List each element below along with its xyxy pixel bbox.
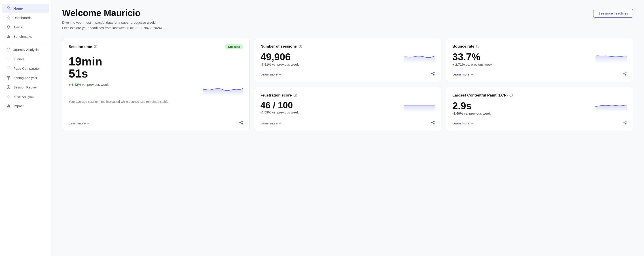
cards-grid: Session time ⓘ Success 19min 51s + 6.42%… (62, 38, 633, 131)
frustration-share-icon[interactable] (431, 121, 435, 126)
bounce-info-icon[interactable]: ⓘ (476, 44, 480, 49)
frustration-footer: Learn more → (260, 116, 435, 126)
card-number-of-sessions: Number of sessions ⓘ 49,906 -7.51% vs. p… (254, 38, 442, 82)
sidebar-item-funnel[interactable]: Funnel (2, 54, 50, 63)
session-time-value2: 51s (69, 67, 243, 80)
page-comparator-icon (6, 66, 11, 71)
session-time-info-icon[interactable]: ⓘ (94, 45, 97, 49)
svg-rect-1 (9, 16, 10, 17)
svg-rect-19 (9, 95, 10, 96)
session-time-change: + 6.42% vs. previous week (69, 83, 109, 86)
svg-rect-0 (7, 16, 8, 17)
svg-rect-12 (7, 67, 10, 70)
bell-icon (6, 25, 11, 29)
journey-icon (6, 47, 11, 52)
frustration-sparkline (404, 100, 435, 111)
error-analysis-icon (6, 94, 11, 99)
svg-point-16 (7, 86, 10, 89)
sidebar-item-journey-analysis[interactable]: Journey Analysis (2, 45, 50, 54)
session-replay-icon (6, 85, 11, 89)
svg-line-38 (624, 74, 625, 75)
svg-point-8 (8, 49, 9, 50)
frustration-learn-more[interactable]: Learn more → (260, 121, 282, 125)
sidebar-item-impact[interactable]: Impact (2, 101, 50, 110)
sidebar-item-alerts[interactable]: Alerts (2, 22, 50, 31)
svg-line-39 (624, 73, 625, 73)
sidebar-item-benchmarks[interactable]: Benchmarks (2, 32, 50, 41)
sidebar-item-session-replay-label: Session Replay (14, 85, 37, 89)
lcp-value: 2.9s (452, 100, 490, 111)
session-time-badge: Success (225, 44, 243, 49)
sidebar-item-page-comparator-label: Page Comparator (14, 67, 40, 70)
sessions-info-icon[interactable]: ⓘ (299, 44, 302, 49)
page-header: Welcome Mauricio Dive into your most imp… (62, 8, 633, 31)
sidebar-item-funnel-label: Funnel (14, 57, 24, 61)
svg-line-43 (432, 123, 433, 124)
bounce-value: 33.7% (452, 51, 492, 62)
grid-icon (6, 15, 11, 20)
svg-line-29 (240, 122, 242, 122)
frustration-change: -0.59% vs. previous week (260, 110, 299, 114)
impact-icon (6, 104, 11, 108)
session-time-value1: 19min (69, 56, 243, 67)
svg-rect-18 (7, 95, 8, 96)
sessions-learn-more[interactable]: Learn more → (260, 72, 282, 76)
sidebar: Home Dashboards Alerts Benchmarks (0, 0, 52, 256)
bounce-share-icon[interactable] (623, 72, 627, 77)
svg-line-48 (624, 123, 625, 124)
main-content: Welcome Mauricio Dive into your most imp… (52, 0, 644, 256)
sidebar-item-alerts-label: Alerts (14, 25, 22, 29)
lcp-learn-more[interactable]: Learn more → (452, 121, 474, 125)
sidebar-item-home[interactable]: Home (2, 4, 50, 13)
sessions-sparkline (404, 51, 435, 62)
svg-line-33 (432, 74, 433, 75)
svg-line-44 (432, 122, 433, 122)
lcp-sparkline (596, 100, 627, 111)
sidebar-item-dashboards-label: Dashboards (14, 16, 32, 20)
lcp-share-icon[interactable] (623, 121, 627, 126)
session-time-title: Session time (69, 45, 92, 49)
sidebar-item-error-analysis-label: Error Analysis (14, 95, 34, 98)
sidebar-item-page-comparator[interactable]: Page Comparator (2, 64, 50, 73)
see-more-headlines-button[interactable]: See more headlines (593, 9, 633, 18)
frustration-value: 46 / 100 (260, 100, 299, 110)
sidebar-item-error-analysis[interactable]: Error Analysis (2, 92, 50, 101)
card-frustration-score: Frustration score ⓘ 46 / 100 -0.59% vs. … (254, 87, 442, 131)
bounce-learn-more[interactable]: Learn more → (452, 72, 474, 76)
svg-line-28 (240, 123, 242, 124)
svg-line-49 (624, 122, 625, 122)
sessions-title: Number of sessions (260, 44, 297, 49)
funnel-icon (6, 57, 11, 61)
sidebar-item-session-replay[interactable]: Session Replay (2, 83, 50, 92)
frustration-info-icon[interactable]: ⓘ (294, 93, 297, 98)
session-time-sparkline (203, 83, 243, 95)
session-time-learn-more[interactable]: Learn more → (69, 121, 90, 125)
lcp-footer: Learn more → (452, 116, 627, 126)
session-time-share-icon[interactable] (239, 121, 243, 126)
svg-rect-20 (7, 97, 8, 98)
session-time-description: Your average session time increased whil… (69, 99, 243, 104)
sessions-share-icon[interactable] (431, 72, 435, 77)
sessions-change: -7.51% vs. previous week (260, 62, 299, 66)
sidebar-item-zoning-label: Zoning Analysis (14, 76, 37, 80)
card-session-time: Session time ⓘ Success 19min 51s + 6.42%… (62, 38, 250, 131)
sidebar-item-dashboards[interactable]: Dashboards (2, 13, 50, 22)
sidebar-item-benchmarks-label: Benchmarks (14, 35, 32, 38)
svg-rect-21 (9, 97, 10, 98)
sidebar-divider-1 (4, 43, 48, 43)
lcp-title: Largest Contentful Paint (LCP) (452, 93, 508, 98)
card-lcp: Largest Contentful Paint (LCP) ⓘ 2.9s -1… (446, 87, 633, 131)
svg-rect-2 (7, 18, 8, 19)
header-subtitle: Dive into your most impactful data for a… (62, 20, 163, 31)
page-title: Welcome Mauricio (62, 8, 163, 18)
session-time-footer: Learn more → (69, 116, 243, 126)
sidebar-item-zoning-analysis[interactable]: Zoning Analysis (2, 73, 50, 82)
bounce-footer: Learn more → (452, 67, 627, 77)
bounce-title: Bounce rate (452, 44, 474, 49)
lcp-info-icon[interactable]: ⓘ (510, 93, 513, 98)
home-icon (6, 6, 11, 10)
sessions-value: 49,906 (260, 51, 299, 62)
card-bounce-rate: Bounce rate ⓘ 33.7% + 2.71% vs. previous… (446, 38, 633, 82)
bounce-sparkline (596, 51, 627, 62)
sidebar-item-journey-label: Journey Analysis (14, 48, 39, 52)
